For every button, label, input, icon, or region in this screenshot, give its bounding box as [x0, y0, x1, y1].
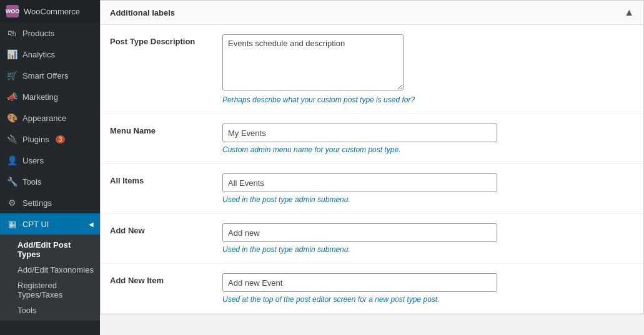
sidebar: WOO WooCommerce 🛍 Products 📊 Analytics 🛒… [0, 0, 100, 335]
sidebar-item-label: Marketing [22, 92, 58, 102]
add-new-label: Add New [110, 223, 222, 235]
section-toggle-button[interactable]: ▲ [624, 7, 634, 18]
menu-name-label: Menu Name [110, 124, 222, 135]
tools-icon: 🔧 [6, 176, 17, 187]
cpt-ui-icon: ▦ [6, 218, 17, 230]
add-new-item-field: Used at the top of the post editor scree… [222, 273, 634, 304]
settings-icon: ⚙ [6, 197, 17, 208]
sidebar-item-label: Smart Offers [22, 71, 68, 80]
add-new-item-label: Add New Item [110, 273, 222, 285]
sidebar-item-label: Tools [22, 177, 41, 187]
sidebar-item-label: Users [22, 156, 44, 165]
add-new-field: Used in the post type admin submenu. [222, 223, 634, 254]
post-type-description-field: Perhaps describe what your custom post t… [222, 34, 634, 104]
section-title: Additional labels [110, 8, 175, 17]
woo-logo: WOO [6, 5, 19, 17]
users-icon: 👤 [6, 155, 17, 166]
menu-name-field: Custom admin menu name for your custom p… [222, 124, 634, 154]
plugins-icon: 🔌 [6, 134, 17, 145]
menu-name-input[interactable] [222, 124, 497, 142]
main-content: Additional labels ▲ Post Type Descriptio… [100, 0, 644, 335]
submenu-registered-types-taxes[interactable]: Registered Types/Taxes [0, 278, 100, 303]
cpt-ui-arrow: ◀ [89, 221, 94, 228]
sidebar-item-label: CPT UI [22, 220, 49, 229]
sidebar-brand[interactable]: WOO WooCommerce [0, 0, 100, 22]
post-type-description-label: Post Type Description [110, 34, 222, 46]
sidebar-item-label: Plugins [22, 135, 49, 144]
section-header: Additional labels ▲ [101, 1, 643, 25]
post-type-description-textarea[interactable] [222, 34, 404, 90]
analytics-icon: 📊 [6, 49, 17, 60]
add-new-item-row: Add New Item Used at the top of the post… [101, 264, 643, 314]
sidebar-item-marketing[interactable]: 📣 Marketing [0, 86, 100, 107]
brand-name: WooCommerce [24, 7, 80, 16]
additional-labels-section: Additional labels ▲ Post Type Descriptio… [100, 0, 644, 314]
sidebar-item-plugins[interactable]: 🔌 Plugins 3 [0, 129, 100, 150]
all-items-input[interactable] [222, 173, 497, 192]
marketing-icon: 📣 [6, 91, 17, 102]
all-items-label: All Items [110, 173, 222, 185]
add-new-item-input[interactable] [222, 273, 497, 292]
sidebar-item-label: Analytics [22, 50, 55, 59]
add-new-item-hint: Used at the top of the post editor scree… [222, 295, 634, 304]
all-items-hint: Used in the post type admin submenu. [222, 195, 634, 204]
all-items-field: Used in the post type admin submenu. [222, 173, 634, 204]
sidebar-item-users[interactable]: 👤 Users [0, 150, 100, 171]
sidebar-item-cpt-ui[interactable]: ▦ CPT UI ◀ [0, 213, 100, 235]
sidebar-item-label: Products [22, 29, 54, 38]
add-new-input[interactable] [222, 223, 497, 242]
sidebar-item-settings[interactable]: ⚙ Settings [0, 192, 100, 213]
sidebar-item-tools[interactable]: 🔧 Tools [0, 171, 100, 192]
add-new-row: Add New Used in the post type admin subm… [101, 214, 643, 264]
form-body: Post Type Description Perhaps describe w… [101, 25, 643, 314]
submenu-add-edit-post-types[interactable]: Add/Edit Post Types [0, 237, 100, 262]
sidebar-item-label: Settings [22, 198, 52, 208]
appearance-icon: 🎨 [6, 112, 17, 124]
sidebar-item-appearance[interactable]: 🎨 Appearance [0, 107, 100, 129]
menu-name-row: Menu Name Custom admin menu name for you… [101, 114, 643, 164]
post-type-description-row: Post Type Description Perhaps describe w… [101, 25, 643, 114]
all-items-row: All Items Used in the post type admin su… [101, 164, 643, 214]
submenu-add-edit-taxonomies[interactable]: Add/Edit Taxonomies [0, 262, 100, 278]
sidebar-item-label: Appearance [22, 114, 66, 123]
products-icon: 🛍 [6, 27, 17, 39]
sidebar-item-products[interactable]: 🛍 Products [0, 22, 100, 44]
smart-offers-icon: 🛒 [6, 70, 17, 81]
plugins-badge: 3 [56, 135, 66, 143]
add-new-hint: Used in the post type admin submenu. [222, 245, 634, 254]
submenu-tools[interactable]: Tools [0, 303, 100, 318]
menu-name-hint: Custom admin menu name for your custom p… [222, 145, 634, 154]
post-type-description-hint: Perhaps describe what your custom post t… [222, 95, 634, 104]
sidebar-item-analytics[interactable]: 📊 Analytics [0, 44, 100, 65]
cpt-ui-submenu: Add/Edit Post Types Add/Edit Taxonomies … [0, 235, 100, 321]
sidebar-item-smart-offers[interactable]: 🛒 Smart Offers [0, 65, 100, 86]
